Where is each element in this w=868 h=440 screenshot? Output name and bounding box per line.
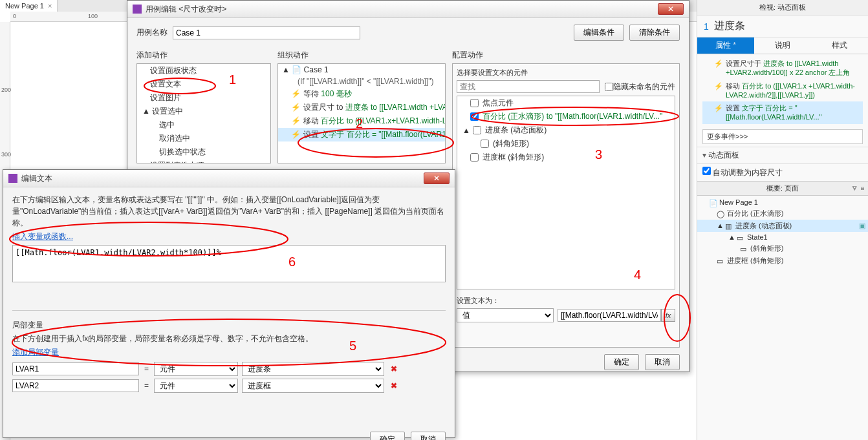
var-name-input[interactable] (12, 379, 139, 392)
local-var-desc: 在下方创建用于插入fx的局部变量，局部变量名称必须是字母、数字，不允许包含空格。 (12, 333, 446, 344)
outline-header: 概要: 页面 (766, 183, 799, 193)
delete-var-icon[interactable]: ✖ (391, 381, 397, 390)
outline-item[interactable]: ◯百分比 (正水滴形) (697, 207, 868, 220)
page-tab-label: New Page 1 (5, 2, 44, 10)
dialog-title: 编辑文本 (21, 173, 424, 184)
edit-condition-button[interactable]: 编辑条件 (574, 25, 624, 41)
dynamic-panel-icon: ▥ (725, 222, 733, 229)
clear-condition-button[interactable]: 清除条件 (629, 25, 680, 41)
page-tab[interactable]: New Page 1 × (0, 0, 58, 12)
inspector-title: 进度条 (714, 19, 745, 33)
rp-icon (133, 5, 142, 14)
local-var-row: = 元件 进度条 ✖ (12, 362, 446, 376)
drop-icon: ◯ (717, 210, 724, 216)
local-var-row: = 元件 进度框 ✖ (12, 379, 446, 393)
config-action-label: 配置动作 (452, 50, 680, 61)
inspector-panel: 检视: 动态面板 1 进度条 属性 * 说明 样式 ⚡设置尺寸于 进度条 to … (697, 0, 868, 440)
cancel-button[interactable]: 取消 (411, 432, 446, 440)
state-icon: ▭ (737, 234, 744, 240)
tab-notes[interactable]: 说明 (754, 37, 811, 54)
org-action-list[interactable]: ▲ 📄 Case 1 (If "[[LVAR1.width]]" < "[[LV… (277, 63, 446, 163)
org-action-item[interactable]: ⚡设置 文字于 百分比 = "[[Math.floor(LVAR1.width/… (278, 128, 445, 141)
hide-unnamed-checkbox[interactable]: 隐藏未命名的元件 (605, 81, 675, 92)
cancel-button[interactable]: 取消 (645, 354, 680, 370)
inspector-header: 检视: 动态面板 (697, 0, 868, 16)
org-action-label: 组织动作 (277, 50, 446, 61)
inspector-index: 1 (704, 21, 709, 32)
close-icon[interactable]: × (48, 2, 52, 10)
outline-tree[interactable]: 📄New Page 1 ◯百分比 (正水滴形) ▲▥进度条 (动态面板)▣ ▲▭… (697, 196, 868, 268)
action-item[interactable]: 设置文本 (137, 78, 270, 91)
action-item[interactable]: ▲ 设置选中 (137, 105, 270, 118)
search-input[interactable] (457, 80, 600, 93)
org-action-item[interactable]: ⚡设置尺寸 to 进度条 to [[LVAR1.width +LVAR2.wid… (278, 101, 445, 114)
auto-fit-checkbox[interactable]: 自动调整为内容尺寸 (702, 168, 783, 177)
case-node[interactable]: ▲ 📄 Case 1 (278, 64, 445, 76)
close-button[interactable]: ✕ (658, 3, 684, 15)
var-target-select[interactable]: 进度框 (242, 379, 384, 393)
close-button[interactable]: ✕ (424, 173, 450, 184)
outline-item[interactable]: ▭(斜角矩形) (697, 242, 868, 255)
add-local-var-link[interactable]: 添加局部变量 (12, 348, 59, 357)
edit-text-dialog: 编辑文本 ✕ 在下方编辑区输入文本，变量名称或表达式要写在 "[[""]]" 中… (3, 169, 455, 438)
delete-var-icon[interactable]: ✖ (391, 364, 397, 373)
more-events-button[interactable]: 更多事件>>> (702, 129, 863, 144)
target-item[interactable]: ▲ 进度条 (动态面板) (457, 123, 675, 137)
case-condition: (If "[[LVAR1.width]]" < "[[LVAR1.width]]… (278, 76, 445, 87)
org-action-item[interactable]: ⚡移动 百分比 to ([[LVAR1.x+LVAR1.width-LVAR2.… (278, 114, 445, 128)
ok-button[interactable]: 确定 (604, 354, 639, 370)
add-action-label: 添加动作 (136, 50, 271, 61)
dialog-title: 用例编辑 <尺寸改变时> (146, 4, 658, 15)
local-var-label: 局部变量 (12, 320, 446, 331)
action-item[interactable]: 选中 (137, 118, 270, 132)
inspector-action[interactable]: ⚡设置 文字于 百分比 = "[[Math.floor(LVAR1.width/… (702, 101, 863, 124)
action-item[interactable]: 设置图片 (137, 91, 270, 105)
add-action-list[interactable]: 设置面板状态 设置文本 设置图片 ▲ 设置选中 选中 取消选中 切换选中状态 设… (136, 63, 271, 163)
var-type-select[interactable]: 元件 (154, 362, 238, 376)
set-text-value-input[interactable] (558, 309, 661, 322)
page-icon: 📄 (709, 199, 717, 205)
action-item[interactable]: 设置面板状态 (137, 64, 270, 78)
action-item[interactable]: 取消选中 (137, 132, 270, 145)
action-item[interactable]: 设置列表选中项 (137, 159, 270, 163)
outline-item[interactable]: 📄New Page 1 (697, 197, 868, 207)
org-action-item[interactable]: ⚡等待 100 毫秒 (278, 87, 445, 101)
var-name-input[interactable] (12, 362, 139, 375)
filter-icon[interactable]: ⛛ ▤ (851, 184, 864, 192)
target-item[interactable]: (斜角矩形) (457, 137, 675, 151)
action-item[interactable]: 切换选中状态 (137, 145, 270, 159)
dyn-panel-label: 动态面板 (708, 151, 739, 160)
inspector-action[interactable]: ⚡移动 百分比 to ([[LVAR1.x +LVAR1.width-LVAR2… (702, 79, 863, 102)
target-item[interactable]: 进度框 (斜角矩形) (457, 151, 675, 164)
ok-button[interactable]: 确定 (370, 432, 405, 440)
set-text-label: 设置文本为： (457, 296, 675, 306)
outline-item[interactable]: ▲▥进度条 (动态面板)▣ (697, 220, 868, 232)
target-list[interactable]: 焦点元件 百分比 (正水滴形) to "[[Math.floor(LVAR1.w… (457, 96, 675, 289)
tab-properties[interactable]: 属性 * (697, 37, 754, 54)
outline-item[interactable]: ▭进度框 (斜角矩形) (697, 255, 868, 267)
insert-var-link[interactable]: 插入变量或函数... (12, 232, 73, 241)
var-target-select[interactable]: 进度条 (242, 362, 384, 376)
case-name-label: 用例名称 (136, 27, 168, 38)
rect-icon: ▭ (740, 245, 748, 251)
tab-style[interactable]: 样式 (811, 37, 868, 54)
set-text-type-select[interactable]: 值 (457, 308, 554, 322)
rp-icon (8, 174, 17, 183)
edit-text-desc: 在下方编辑区输入文本，变量名称或表达式要写在 "[[""]]" 中。例如：插入变… (12, 194, 446, 229)
var-type-select[interactable]: 元件 (154, 379, 238, 393)
rect-icon: ▭ (717, 257, 724, 264)
outline-item[interactable]: ▲▭State1 (697, 232, 868, 242)
inspector-action[interactable]: ⚡设置尺寸于 进度条 to [[LVAR1.width +LVAR2.width… (702, 57, 863, 79)
select-target-label: 选择要设置文本的元件 (457, 68, 675, 78)
fx-button[interactable]: fx (661, 309, 675, 322)
expression-textarea[interactable]: [[Math.floor(LVAR1.width/LVAR2.width*100… (12, 245, 446, 282)
case-name-input[interactable] (173, 26, 360, 39)
target-item[interactable]: 百分比 (正水滴形) to "[[Math.floor(LVAR1.width/… (457, 110, 675, 123)
target-item[interactable]: 焦点元件 (457, 96, 675, 110)
